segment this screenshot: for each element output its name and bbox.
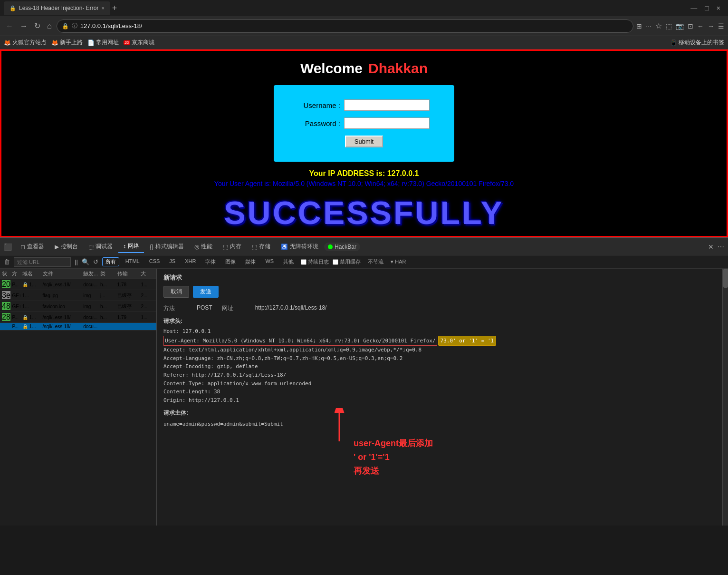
synced-tabs-icon[interactable]: ⊡	[688, 22, 693, 30]
network-row-2[interactable]: 3e GE↑ 1... flag.jpg img j... 已缓存 2...	[0, 290, 156, 301]
filter-html-button[interactable]: HTML	[122, 257, 143, 266]
home-button[interactable]: ⌂	[45, 20, 54, 32]
network-icon: ↕	[123, 243, 126, 250]
method-value: POST	[197, 304, 212, 312]
devtools-tab-accessibility[interactable]: ♿ 无障碍环境	[276, 241, 323, 253]
body-value: uname=admin&passwd=admin&submit=Submit	[163, 421, 283, 427]
forward-button[interactable]: →	[18, 20, 29, 32]
annotation-line1: user-Agent最后添加	[354, 437, 716, 450]
devtools-tab-performance[interactable]: ◎ 性能	[190, 241, 217, 253]
extensions-icon[interactable]: ⬚	[666, 22, 672, 30]
annotation-line3: 再发送	[354, 464, 716, 478]
header-host: Host: 127.0.0.1	[163, 327, 716, 336]
disable-cache-check[interactable]	[333, 259, 338, 265]
browser-tab[interactable]: 🔒 Less-18 Header Injection- Error ×	[4, 1, 110, 15]
trigger-2: img	[83, 293, 100, 298]
no-throttle-button[interactable]: 不节流	[364, 257, 387, 266]
devtools-tab-console[interactable]: ▶ 控制台	[50, 241, 83, 253]
devtools-tab-inspector[interactable]: ◻ 查看器	[16, 241, 49, 253]
devtools-close-button[interactable]: ✕	[708, 243, 714, 251]
red-arrow-indicator	[325, 408, 354, 448]
back-button[interactable]: ←	[4, 20, 15, 32]
persist-log-checkbox[interactable]: 持续日志	[301, 258, 329, 265]
tab-close-button[interactable]: ×	[101, 5, 104, 11]
grid-icon[interactable]: ⊞	[636, 22, 642, 30]
submit-button[interactable]: Submit	[345, 136, 383, 147]
filter-url-input[interactable]	[14, 257, 71, 267]
console-icon: ▶	[55, 244, 59, 250]
scrollbar[interactable]	[722, 269, 728, 526]
size-2: 2...	[141, 293, 154, 298]
bookmark-firefox-official[interactable]: 🦊 火狐官方站点	[4, 39, 47, 47]
filter-css-button[interactable]: CSS	[146, 257, 163, 266]
devtools-tab-hackbar[interactable]: HackBar	[324, 243, 360, 251]
accessibility-icon: ♿	[281, 244, 288, 250]
new-tab-button[interactable]: +	[112, 3, 117, 13]
filter-image-button[interactable]: 图像	[222, 257, 239, 266]
devtools-tab-debugger[interactable]: ⬚ 调试器	[84, 241, 117, 253]
devtools-toolbar-left-icon[interactable]: ⬛	[4, 243, 12, 251]
bookmark-jd[interactable]: JD 京东商城	[124, 39, 154, 47]
password-input[interactable]	[344, 117, 430, 129]
storage-icon: ⬚	[252, 244, 257, 250]
disable-cache-checkbox[interactable]: 禁用缓存	[333, 258, 361, 265]
refresh-button[interactable]: ↻	[32, 19, 42, 32]
username-input[interactable]	[344, 99, 430, 111]
network-row-3[interactable]: 48 GE↑ 1... favicon.ico img h... 已缓存 2..…	[0, 301, 156, 312]
scrollbar-thumb[interactable]	[723, 269, 728, 288]
devtools-panel: ⬛ ◻ 查看器 ▶ 控制台 ⬚ 调试器 ↕ 网络 {} 样式编辑器 ◎ 性能 ⬚…	[0, 237, 728, 526]
clear-network-button[interactable]: 🗑	[4, 258, 10, 265]
tab-bar: 🔒 Less-18 Header Injection- Error × + — …	[0, 0, 728, 16]
network-row-4[interactable]: 28 P... 🔒 1... /sqli/Less-18/ docu... h.…	[0, 312, 156, 323]
nav-bar: ← → ↻ ⌂ 🔒 ⓘ 127.0.0.1/sqli/Less-18/ ⊞ ··…	[0, 16, 728, 36]
more-button[interactable]: ···	[646, 22, 651, 30]
hamburger-menu[interactable]: ☰	[718, 22, 724, 30]
bookmark-common-sites[interactable]: 📄 常用网址	[87, 39, 119, 47]
username-row: Username :	[297, 99, 431, 111]
url-bar[interactable]: 🔒 ⓘ 127.0.0.1/sqli/Less-18/	[57, 19, 634, 33]
forward-nav-icon[interactable]: →	[708, 22, 714, 30]
devtools-tab-memory[interactable]: ⬚ 内存	[218, 241, 246, 253]
welcome-text: Welcome	[300, 60, 363, 77]
perf-icon: ◎	[194, 244, 199, 250]
file-1: /sqli/Less-18/	[43, 282, 84, 287]
method-1: P...	[12, 282, 22, 287]
persist-log-check[interactable]	[301, 259, 307, 265]
filter-font-button[interactable]: 字体	[202, 257, 219, 266]
disable-cache-label: 禁用缓存	[340, 258, 361, 265]
filter-xhr-button[interactable]: XHR	[182, 257, 199, 266]
type-2: j...	[100, 293, 117, 298]
maximize-button[interactable]: □	[705, 4, 709, 12]
reload-network-button[interactable]: ↺	[93, 258, 98, 265]
devtools-tab-storage[interactable]: ⬚ 存储	[247, 241, 275, 253]
network-row-5-selected[interactable]: P... 🔒 1... /sqli/Less-18/ docu...	[0, 323, 156, 331]
bookmark-star-button[interactable]: ☆	[655, 21, 662, 30]
cancel-button[interactable]: 取消	[163, 286, 189, 298]
filter-ws-button[interactable]: WS	[262, 257, 277, 266]
filter-other-button[interactable]: 其他	[280, 257, 297, 266]
filter-all-button[interactable]: 所有	[102, 257, 119, 266]
back-nav-icon[interactable]: ←	[697, 22, 704, 30]
filter-js-button[interactable]: JS	[166, 257, 179, 266]
close-window-button[interactable]: ×	[717, 4, 720, 12]
url-value: http://127.0.0.1/sqli/Less-18/	[255, 304, 327, 312]
screenshot-icon[interactable]: 📷	[676, 22, 684, 30]
request-headers-title: 请求头:	[163, 317, 716, 325]
domain-5: 🔒 1...	[22, 324, 43, 329]
devtools-tab-network[interactable]: ↕ 网络	[118, 240, 144, 253]
page-heading: Welcome Dhakkan	[300, 60, 428, 77]
send-button[interactable]: 发送	[193, 286, 219, 298]
filter-media-button[interactable]: 媒体	[242, 257, 259, 266]
bookmark-beginners[interactable]: 🦊 新手上路	[51, 39, 83, 47]
devtools-more-button[interactable]: ⋯	[718, 243, 724, 251]
size-1: 1...	[141, 282, 154, 287]
bookmark-mobile[interactable]: 📱 移动设备上的书签	[670, 39, 724, 47]
col-type: 类	[100, 270, 117, 277]
search-network-button[interactable]: 🔍	[82, 258, 89, 265]
har-button[interactable]: ▾ HAR	[391, 259, 406, 265]
network-row-1[interactable]: 20 P... 🔒 1... /sqli/Less-18/ docu... h.…	[0, 279, 156, 290]
url-text: 127.0.0.1/sqli/Less-18/	[80, 22, 143, 29]
size-3: 2...	[141, 304, 154, 309]
minimize-button[interactable]: —	[690, 4, 697, 12]
devtools-tab-style-editor[interactable]: {} 样式编辑器	[145, 241, 189, 253]
